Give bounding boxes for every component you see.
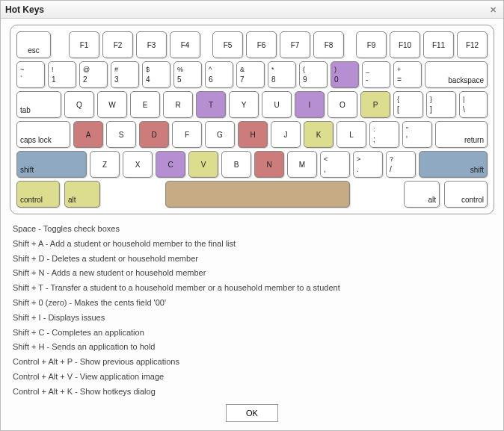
hotkeys-dialog: Hot Keys ✕ esc F1 F2 F3 F4 F5 F6 F7 F8 F… — [0, 0, 504, 431]
keyboard-row-z: shift Z X C V B N M <, >. ?/ shift — [16, 151, 488, 178]
key-quote: "' — [402, 121, 432, 148]
key-a: A — [73, 121, 103, 148]
key-y: Y — [229, 91, 259, 118]
shortcut-item: Shift + H - Sends an application to hold — [13, 340, 494, 355]
key-7: &7 — [236, 61, 265, 88]
key-g: G — [205, 121, 235, 148]
keyboard-row-bottom: control alt alt control — [16, 181, 488, 208]
key-8: *8 — [268, 61, 296, 88]
key-c: C — [156, 151, 185, 178]
key-space — [165, 181, 350, 208]
key-1: !1 — [48, 61, 76, 88]
shortcut-item: Space - Toggles check boxes — [13, 222, 494, 237]
shortcut-item: Shift + C - Completes an application — [13, 326, 494, 341]
key-f11: F11 — [423, 31, 454, 58]
key-f10: F10 — [390, 31, 420, 58]
key-backspace: backspace — [425, 61, 488, 88]
shortcut-item: Shift + T - Transfer a student to a hous… — [13, 281, 494, 296]
keyboard-row-q: tab Q W E R T Y U I O P {[ }] |\ — [16, 91, 488, 118]
key-f8: F8 — [313, 31, 344, 58]
key-return: return — [435, 121, 488, 148]
key-i: I — [295, 91, 325, 118]
key-rbracket: }] — [426, 91, 456, 118]
key-comma: <, — [320, 151, 350, 178]
key-n: N — [254, 151, 284, 178]
key-v: V — [188, 151, 218, 178]
key-esc: esc — [16, 31, 51, 58]
keyboard-graphic: esc F1 F2 F3 F4 F5 F6 F7 F8 F9 F10 F11 F… — [10, 25, 494, 214]
key-slash: ?/ — [386, 151, 416, 178]
key-control-right: control — [444, 181, 488, 208]
shortcut-item: Shift + I - Displays issues — [13, 311, 494, 326]
key-f12: F12 — [457, 31, 488, 58]
dialog-button-row: OK — [10, 400, 494, 424]
key-grave: ~` — [16, 61, 45, 88]
key-9: (9 — [299, 61, 328, 88]
key-k: K — [304, 121, 334, 148]
key-f4: F4 — [170, 31, 200, 58]
key-f6: F6 — [246, 31, 277, 58]
key-alt-right: alt — [404, 181, 440, 208]
ok-button[interactable]: OK — [226, 404, 278, 422]
shortcut-item: Shift + A - Add a student or household m… — [13, 237, 494, 252]
key-f1: F1 — [69, 31, 99, 58]
key-2: @2 — [79, 61, 108, 88]
key-0: )0 — [331, 61, 359, 88]
key-j: J — [271, 121, 301, 148]
key-lbracket: {[ — [393, 91, 423, 118]
shortcut-item: Control + Alt + K - Show hotkeys dialog — [13, 385, 494, 400]
titlebar: Hot Keys ✕ — [1, 1, 503, 19]
key-o: O — [328, 91, 357, 118]
key-f3: F3 — [136, 31, 167, 58]
key-f5: F5 — [212, 31, 243, 58]
key-4: $4 — [142, 61, 170, 88]
shortcut-item: Shift + 0 (zero) - Makes the cents field… — [13, 296, 494, 311]
key-x: X — [123, 151, 153, 178]
window-title: Hot Keys — [5, 4, 487, 15]
key-e: E — [130, 91, 160, 118]
key-3: #3 — [111, 61, 139, 88]
key-control-left: control — [16, 181, 60, 208]
key-5: %5 — [173, 61, 202, 88]
key-w: W — [97, 91, 127, 118]
key-6: ^6 — [205, 61, 233, 88]
key-u: U — [262, 91, 292, 118]
shortcut-item: Control + Alt + V - View application ima… — [13, 370, 494, 385]
key-b: B — [221, 151, 251, 178]
key-alt-left: alt — [64, 181, 100, 208]
key-d: D — [139, 121, 169, 148]
key-equals: += — [393, 61, 422, 88]
keyboard-row-num: ~` !1 @2 #3 $4 %5 ^6 &7 *8 (9 )0 _- += b… — [16, 61, 488, 88]
shortcut-item: Shift + N - Adds a new student or househ… — [13, 266, 494, 281]
key-minus: _- — [362, 61, 390, 88]
close-icon[interactable]: ✕ — [487, 4, 499, 16]
key-shift-left: shift — [16, 151, 87, 178]
keyboard-row-a: caps lock A S D F G H J K L :; "' return — [16, 121, 488, 148]
key-tab: tab — [16, 91, 61, 118]
key-f: F — [172, 121, 202, 148]
key-backslash: |\ — [459, 91, 488, 118]
key-period: >. — [353, 151, 383, 178]
key-t: T — [196, 91, 226, 118]
shortcut-item: Control + Alt + P - Show previous applic… — [13, 355, 494, 370]
shortcut-item: Shift + D - Deletes a student or househo… — [13, 252, 494, 267]
key-f2: F2 — [102, 31, 133, 58]
key-capslock: caps lock — [16, 121, 70, 148]
key-r: R — [163, 91, 193, 118]
key-f9: F9 — [356, 31, 387, 58]
key-z: Z — [90, 151, 120, 178]
key-s: S — [106, 121, 136, 148]
dialog-content: esc F1 F2 F3 F4 F5 F6 F7 F8 F9 F10 F11 F… — [1, 19, 503, 430]
key-q: Q — [64, 91, 94, 118]
key-semicolon: :; — [369, 121, 399, 148]
key-p: P — [360, 91, 390, 118]
key-f7: F7 — [280, 31, 310, 58]
shortcut-list: Space - Toggles check boxes Shift + A - … — [13, 222, 494, 400]
keyboard-row-fn: esc F1 F2 F3 F4 F5 F6 F7 F8 F9 F10 F11 F… — [16, 31, 488, 58]
key-l: L — [336, 121, 366, 148]
key-shift-right: shift — [419, 151, 488, 178]
key-m: M — [287, 151, 317, 178]
key-h: H — [238, 121, 268, 148]
